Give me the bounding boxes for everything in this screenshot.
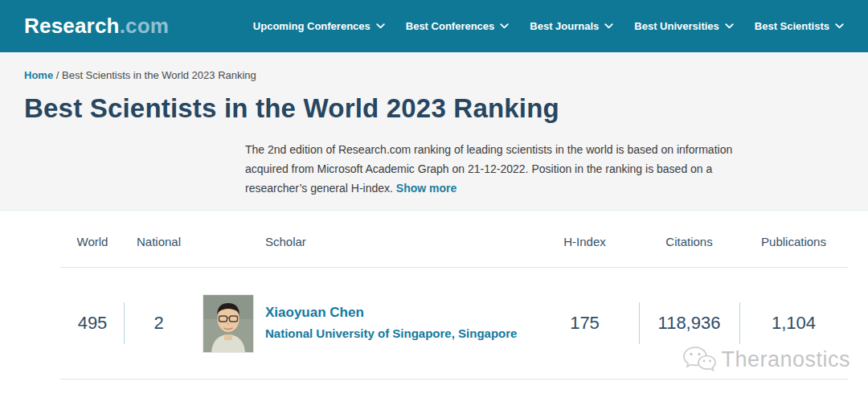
logo-primary: Research — [24, 14, 120, 38]
publications-value: 1,104 — [772, 313, 816, 334]
nav-label: Best Universities — [634, 20, 719, 32]
h-index-value: 175 — [570, 313, 600, 334]
logo[interactable]: Research.com — [24, 14, 169, 39]
vertical-divider — [739, 302, 740, 344]
show-more-link[interactable]: Show more — [396, 182, 457, 195]
column-header-h-index: H-Index — [530, 235, 639, 267]
chevron-down-icon — [500, 23, 509, 29]
h-index-cell: 175 — [530, 268, 639, 379]
hero-section: Home / Best Scientists in the World 2023… — [0, 52, 868, 211]
top-navbar: Research.com Upcoming Conferences Best C… — [0, 0, 868, 52]
vertical-divider — [639, 302, 640, 344]
world-rank-cell: 495 — [60, 268, 125, 379]
column-header-world: World — [60, 235, 125, 267]
citations-value: 118,936 — [658, 313, 721, 334]
scholar-affiliation: National University of Singapore, Singap… — [265, 325, 522, 343]
national-rank: 2 — [154, 313, 163, 334]
nav-best-journals[interactable]: Best Journals — [530, 20, 613, 32]
nav-best-universities[interactable]: Best Universities — [634, 20, 734, 32]
breadcrumb-separator: / — [56, 69, 59, 81]
scholar-photo — [203, 295, 253, 352]
scholar-name-link[interactable]: Xiaoyuan Chen — [265, 305, 364, 321]
publications-cell: 1,104 — [739, 268, 848, 379]
chevron-down-icon — [835, 23, 844, 29]
chevron-down-icon — [725, 23, 734, 29]
chevron-down-icon — [604, 23, 613, 29]
ranking-table: World National Scholar H-Index Citations… — [0, 211, 868, 380]
nav-label: Best Scientists — [755, 20, 829, 32]
nav-best-scientists[interactable]: Best Scientists — [755, 20, 844, 32]
breadcrumb: Home / Best Scientists in the World 2023… — [24, 69, 844, 81]
column-header-citations: Citations — [639, 235, 739, 267]
citations-cell: 118,936 — [639, 268, 739, 379]
page-title: Best Scientists in the World 2023 Rankin… — [24, 93, 844, 124]
nav-label: Best Conferences — [406, 20, 495, 32]
column-header-national: National — [125, 235, 193, 267]
page-description: The 2nd edition of Research.com ranking … — [245, 140, 760, 198]
column-header-publications: Publications — [739, 235, 848, 267]
scholar-cell: Xiaoyuan Chen National University of Sin… — [193, 268, 530, 379]
national-rank-cell: 2 — [125, 268, 193, 379]
column-header-scholar: Scholar — [193, 235, 530, 267]
chevron-down-icon — [376, 23, 385, 29]
main-nav: Upcoming Conferences Best Conferences Be… — [253, 20, 844, 32]
world-rank: 495 — [78, 313, 108, 334]
scholar-info: Xiaoyuan Chen National University of Sin… — [265, 305, 522, 343]
breadcrumb-home-link[interactable]: Home — [24, 69, 53, 81]
nav-best-conferences[interactable]: Best Conferences — [406, 20, 510, 32]
nav-label: Best Journals — [530, 20, 599, 32]
table-row: 495 2 — [60, 268, 848, 380]
table-header-row: World National Scholar H-Index Citations… — [60, 211, 848, 268]
nav-label: Upcoming Conferences — [253, 20, 371, 32]
description-text: The 2nd edition of Research.com ranking … — [245, 143, 732, 195]
nav-upcoming-conferences[interactable]: Upcoming Conferences — [253, 20, 385, 32]
scholar-avatar[interactable] — [203, 295, 253, 352]
breadcrumb-current: Best Scientists in the World 2023 Rankin… — [62, 69, 256, 81]
page: Research.com Upcoming Conferences Best C… — [0, 0, 868, 398]
logo-suffix: .com — [120, 14, 169, 38]
